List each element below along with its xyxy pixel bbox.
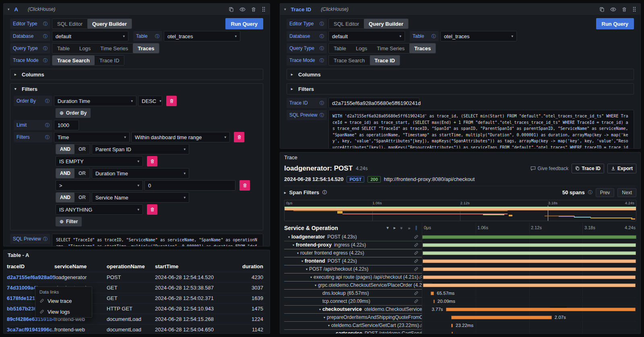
info-icon[interactable]: ⓘ: [43, 21, 47, 27]
span-name-cell[interactable]: ▾checkoutserviceoteldemo.CheckoutService…: [284, 306, 422, 314]
span-duration-bar[interactable]: [423, 251, 636, 255]
table-select[interactable]: otel_traces▾: [164, 31, 240, 41]
span-timeline-cell[interactable]: [422, 233, 636, 241]
span-timeline-cell[interactable]: [422, 273, 636, 282]
span-duration-bar[interactable]: [446, 308, 636, 311]
trace-id-button[interactable]: Trace ID: [572, 164, 604, 173]
and-option[interactable]: AND: [56, 144, 74, 154]
span-collapse-chevron-icon[interactable]: ▾: [309, 275, 314, 279]
span-duration-bar[interactable]: [423, 284, 636, 287]
info-icon[interactable]: ⓘ: [43, 58, 47, 64]
duplicate-query-icon[interactable]: [599, 7, 605, 12]
column-header[interactable]: traceID: [7, 263, 54, 269]
info-icon[interactable]: ⓘ: [320, 100, 324, 106]
filters-section-header[interactable]: ▾Filters: [10, 84, 263, 94]
span-duration-bar[interactable]: [423, 267, 636, 271]
info-icon[interactable]: ⓘ: [431, 33, 436, 39]
drag-handle-icon[interactable]: [632, 6, 636, 12]
span-timeline-cell[interactable]: [422, 330, 636, 334]
run-query-button[interactable]: Run Query: [225, 18, 263, 29]
info-icon[interactable]: ⓘ: [320, 112, 324, 118]
info-icon[interactable]: ⓘ: [320, 21, 324, 27]
span-timeline-cell[interactable]: [422, 257, 636, 265]
column-header[interactable]: operationName: [107, 263, 155, 269]
trace-minimap[interactable]: 0μs 1.06s 2.12s 3.18s 4.24s: [284, 200, 636, 221]
span-collapse-chevron-icon[interactable]: ▾: [300, 259, 305, 263]
columns-section-header[interactable]: ▸Columns: [10, 69, 263, 80]
expand-one-icon[interactable]: ▸: [394, 225, 396, 230]
info-icon[interactable]: ⓘ: [43, 236, 47, 242]
duplicate-query-icon[interactable]: [229, 7, 234, 12]
delete-filter-button[interactable]: [147, 156, 157, 166]
span-name-cell[interactable]: ▾grpc.oteldemo.CheckoutService/PlaceOrde…: [284, 282, 422, 290]
order-by-field-select[interactable]: Duration Time▾: [54, 96, 136, 106]
span-duration-bar[interactable]: [423, 243, 636, 247]
delete-query-icon[interactable]: [251, 7, 256, 12]
delete-filter-button[interactable]: [234, 132, 244, 142]
span-name-cell[interactable]: ▾oteldemo.CartService/GetCart (23.22ms): [284, 322, 422, 330]
span-name-cell[interactable]: ▾frontendPOST (4.22s): [284, 257, 422, 265]
query-type-table[interactable]: Table: [52, 43, 74, 53]
view-trace-link[interactable]: View trace: [35, 296, 92, 306]
span-timeline-cell[interactable]: 65.57ms: [422, 290, 636, 298]
disable-query-eye-icon[interactable]: [239, 7, 246, 12]
or-option[interactable]: OR: [74, 168, 90, 178]
table-row[interactable]: 3ca7acf91941996c...frontend-webdocumentL…: [7, 324, 266, 334]
span-timeline-cell[interactable]: 2.07s: [422, 314, 636, 322]
sql-editor-option[interactable]: SQL Editor: [52, 19, 87, 29]
prev-span-button[interactable]: Prev: [596, 188, 615, 197]
span-timeline-cell[interactable]: [422, 265, 636, 273]
span-timeline-cell[interactable]: 23.22ms: [422, 322, 636, 330]
span-duration-bar[interactable]: [451, 316, 552, 319]
table-row[interactable]: d2a7155ef6a928a05...loadgeneratorPOST202…: [7, 272, 266, 282]
column-header[interactable]: duration: [226, 263, 266, 269]
trace-id-option[interactable]: Trace ID: [95, 55, 124, 65]
span-duration-bar[interactable]: [433, 300, 435, 303]
span-name-cell[interactable]: dns.lookup (65.57ms): [284, 290, 422, 298]
or-option[interactable]: OR: [74, 193, 90, 202]
delete-order-by-button[interactable]: [166, 96, 177, 106]
delete-query-icon[interactable]: [622, 7, 627, 12]
view-logs-link[interactable]: View logs: [35, 306, 92, 317]
delete-filter-button[interactable]: [147, 204, 157, 215]
column-header[interactable]: serviceName: [54, 263, 107, 269]
info-icon[interactable]: ⓘ: [320, 45, 324, 51]
span-name-cell[interactable]: ▾executing api route (pages) /api/checko…: [284, 273, 422, 282]
span-collapse-chevron-icon[interactable]: ▾: [318, 308, 322, 311]
span-link-icon[interactable]: [414, 234, 422, 239]
give-feedback-link[interactable]: Give feedback: [530, 166, 569, 171]
query-type-logs[interactable]: Logs: [351, 43, 372, 53]
table-select[interactable]: otel_traces▾: [440, 31, 517, 41]
span-duration-bar[interactable]: [452, 332, 453, 334]
span-filters-header[interactable]: ▸ Span Filters ⓘ: [284, 189, 327, 195]
info-icon[interactable]: ⓘ: [45, 134, 50, 140]
database-select[interactable]: default▾: [52, 31, 128, 41]
span-collapse-chevron-icon[interactable]: ▾: [326, 324, 331, 327]
query-builder-option[interactable]: Query Builder: [87, 19, 132, 29]
filter-field-select[interactable]: Duration Time▾: [92, 168, 189, 179]
span-timeline-cell[interactable]: [422, 249, 636, 257]
span-collapse-chevron-icon[interactable]: ▾: [304, 267, 309, 271]
limit-input[interactable]: 1000: [54, 120, 79, 130]
drag-handle-icon[interactable]: [262, 6, 266, 12]
span-timeline-cell[interactable]: 3.77s: [422, 306, 636, 314]
trace-id-link[interactable]: d2a7155ef6a928a05...: [7, 274, 54, 280]
query-type-table[interactable]: Table: [329, 43, 351, 53]
export-button[interactable]: Export: [607, 164, 636, 173]
span-timeline-cell[interactable]: [422, 282, 636, 290]
filter-operator-select[interactable]: IS EMPTY▾: [56, 156, 143, 166]
query-builder-option[interactable]: Query Builder: [364, 19, 408, 29]
query-type-traces[interactable]: Traces: [409, 43, 436, 53]
span-link-icon[interactable]: [414, 299, 422, 304]
info-icon[interactable]: ⓘ: [320, 58, 324, 64]
collapse-one-icon[interactable]: ▾: [386, 225, 389, 230]
trace-id-input[interactable]: d2a7155ef6a928a05680e5ff6190241d: [328, 98, 419, 108]
collapse-chevron-icon[interactable]: ▾: [284, 7, 286, 11]
run-query-button[interactable]: Run Query: [596, 18, 634, 29]
span-timeline-cell[interactable]: 20.09ms: [422, 298, 636, 306]
span-name-cell[interactable]: ▾prepareOrderItemsAndShippingQuoteFromCa…: [284, 314, 422, 322]
span-duration-bar[interactable]: [422, 235, 636, 239]
span-duration-bar[interactable]: [423, 259, 636, 263]
span-collapse-chevron-icon[interactable]: ▾: [287, 235, 291, 239]
span-name-cell[interactable]: ▾POST /api/checkout (4.22s): [284, 265, 422, 273]
